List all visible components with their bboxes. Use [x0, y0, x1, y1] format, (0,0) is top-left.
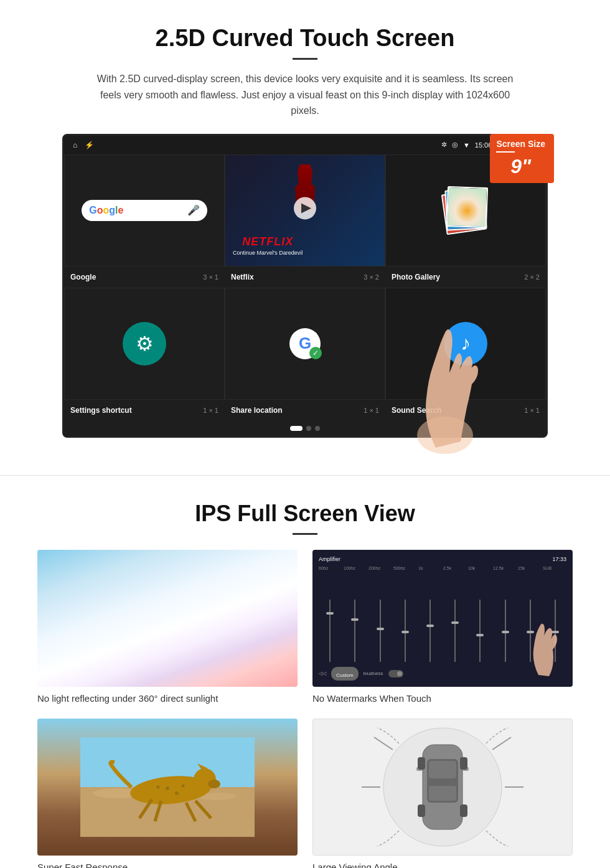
sound-search-cell[interactable]: ♪	[385, 288, 546, 400]
share-app-size: 1 × 1	[364, 407, 379, 414]
gallery-label-cell: Photo Gallery 2 × 2	[385, 270, 546, 284]
music-icon-circle: ♪	[444, 322, 487, 366]
google-label-cell: Google 3 × 1	[64, 270, 225, 284]
slider-1[interactable]	[319, 600, 341, 662]
photo-stack	[441, 186, 490, 235]
loudness-toggle[interactable]	[388, 670, 403, 677]
slider-handle-6	[451, 621, 459, 624]
section1-title: 2.5D Curved Touch Screen	[37, 25, 573, 52]
status-left: ⌂ ⚡	[73, 141, 94, 149]
svg-rect-20	[429, 761, 456, 778]
bluetooth-icon: ✲	[441, 141, 447, 149]
section2-divider	[293, 533, 317, 535]
share-location-cell[interactable]: G ✓	[225, 288, 385, 400]
cheetah-image	[37, 719, 298, 856]
netflix-app-label: Netflix	[231, 273, 254, 281]
toggle-knob	[397, 671, 402, 676]
cheetah-svg	[80, 737, 255, 837]
google-logo: Google	[89, 205, 123, 216]
slider-handle-8	[502, 631, 509, 633]
car-svg	[355, 719, 530, 856]
netflix-label-cell: Netflix 3 × 2	[225, 270, 385, 284]
slider-track-4	[405, 600, 406, 662]
settings-label-cell: Settings shortcut 1 × 1	[64, 403, 225, 417]
google-app-label: Google	[70, 273, 96, 281]
settings-icon-circle: ⚙	[123, 322, 166, 366]
section2-title: IPS Full Screen View	[37, 501, 573, 527]
watermark-caption: No Watermarks When Touch	[312, 693, 573, 704]
slider-track-3	[380, 600, 381, 662]
netflix-app-size: 3 × 2	[364, 273, 379, 281]
gear-icon: ⚙	[136, 332, 154, 356]
car-image	[312, 719, 573, 856]
gallery-app-size: 2 × 2	[524, 273, 540, 281]
freq-500: 500hz	[393, 566, 417, 570]
amp-hand	[523, 622, 560, 681]
freq-sub: SUB	[543, 566, 566, 570]
sound-label-cell: Sound Search 1 × 1	[385, 403, 546, 417]
svg-rect-27	[460, 804, 467, 817]
music-note-icon: ♪	[461, 332, 471, 355]
sound-app-label: Sound Search	[392, 406, 442, 415]
freq-25k: 2.5k	[443, 566, 467, 570]
settings-app-cell[interactable]: ⚙	[64, 288, 225, 400]
title-divider	[293, 58, 317, 60]
slider-track-2	[354, 600, 355, 662]
feature-car: Large Viewing Angle	[312, 719, 573, 868]
slider-7[interactable]	[469, 600, 491, 662]
google-app-size: 3 × 1	[203, 273, 218, 281]
cheetah-visual	[37, 719, 298, 856]
amplifier-visual: Amplifier 17:33 60hz 100hz 200hz 500hz 1…	[312, 550, 573, 687]
device-screen: ⌂ ⚡ ✲ ◎ ▼ 15:06 ⬡ ◁) ⊠ ▭	[62, 134, 548, 438]
cheetah-caption: Super Fast Response	[37, 862, 298, 868]
slider-handle-5	[426, 625, 434, 627]
time-display: 15:06	[475, 141, 492, 149]
home-icon[interactable]: ⌂	[73, 141, 77, 149]
share-app-label: Share location	[231, 406, 283, 415]
section-separator	[0, 475, 610, 476]
slider-6[interactable]	[444, 600, 466, 662]
microphone-icon[interactable]: 🎤	[187, 204, 200, 216]
sunlight-caption: No light reflecting under 360° direct su…	[37, 693, 298, 704]
freq-125k: 12.5k	[493, 566, 517, 570]
netflix-subtitle: Continue Marvel's Daredevil	[233, 250, 303, 256]
slider-2[interactable]	[344, 600, 366, 662]
google-search-bar[interactable]: Google 🎤	[82, 200, 207, 221]
photo-flower-image	[448, 187, 487, 227]
curved-screen-section: 2.5D Curved Touch Screen With 2.5D curve…	[0, 0, 610, 456]
ips-section: IPS Full Screen View No light reflecting…	[0, 494, 610, 868]
badge-label: Screen Size	[496, 139, 545, 149]
netflix-logo: NETFLIX	[233, 235, 303, 248]
sky-visual	[37, 550, 298, 687]
slider-3[interactable]	[368, 600, 391, 662]
freq-60: 60hz	[319, 566, 342, 570]
amp-header: Amplifier 17:33	[319, 556, 566, 562]
feature-sunlight: No light reflecting under 360° direct su…	[37, 550, 298, 704]
slider-handle-7	[476, 634, 484, 636]
nav-dot-1[interactable]	[290, 426, 303, 431]
amp-title: Amplifier	[319, 556, 340, 562]
settings-app-label: Settings shortcut	[70, 406, 132, 415]
gallery-app-label: Photo Gallery	[392, 273, 440, 281]
freq-10k: 10k	[468, 566, 492, 570]
slider-4[interactable]	[394, 600, 416, 662]
nav-dot-3[interactable]	[315, 426, 320, 431]
google-app-cell[interactable]: Google 🎤	[64, 154, 225, 267]
app-labels-row-1: Google 3 × 1 Netflix 3 × 2 Photo Gallery…	[64, 267, 546, 288]
maps-icon-wrapper: G ✓	[289, 328, 321, 359]
slider-5[interactable]	[419, 600, 441, 662]
amp-back-btn[interactable]: ◁◁	[319, 671, 326, 676]
share-label-cell: Share location 1 × 1	[225, 403, 385, 417]
netflix-app-cell[interactable]: NETFLIX Continue Marvel's Daredevil	[225, 154, 385, 267]
badge-size: 9"	[496, 155, 545, 178]
play-button[interactable]	[294, 197, 316, 219]
custom-btn[interactable]: Custom	[331, 667, 359, 681]
amp-time: 17:33	[552, 556, 566, 562]
slider-track-8	[505, 600, 506, 662]
slider-8[interactable]	[494, 600, 516, 662]
svg-point-16	[182, 784, 185, 787]
amp-freq-labels: 60hz 100hz 200hz 500hz 1k 2.5k 10k 12.5k…	[319, 566, 566, 570]
nav-dot-2[interactable]	[306, 426, 311, 431]
section1-description: With 2.5D curved-display screen, this de…	[87, 71, 523, 119]
settings-app-size: 1 × 1	[203, 407, 218, 414]
